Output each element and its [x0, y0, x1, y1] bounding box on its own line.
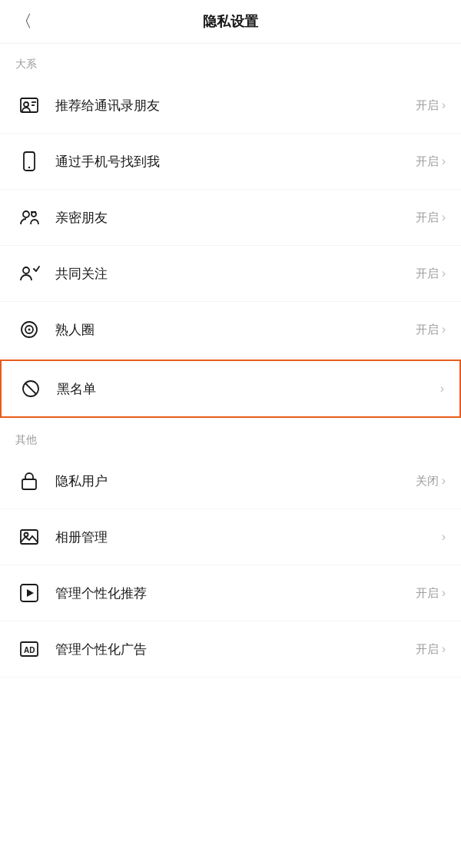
acquaintance-right: 开启 ›	[416, 323, 446, 337]
find-by-phone-status: 开启	[416, 154, 439, 169]
menu-item-mutual-follow[interactable]: 共同关注 开启 ›	[0, 246, 461, 302]
manage-ads-status: 开启	[416, 642, 439, 657]
manage-ads-label: 管理个性化广告	[55, 641, 416, 658]
menu-item-close-friends[interactable]: 亲密朋友 开启 ›	[0, 190, 461, 246]
svg-point-17	[25, 533, 28, 537]
svg-point-12	[28, 329, 31, 331]
close-friends-status: 开启	[416, 210, 439, 225]
menu-item-album[interactable]: 相册管理 ›	[0, 509, 461, 565]
chevron-icon: ›	[442, 642, 446, 656]
chevron-icon: ›	[442, 323, 446, 336]
close-friends-label: 亲密朋友	[55, 209, 416, 227]
menu-item-private-user[interactable]: 隐私用户 关闭 ›	[0, 453, 461, 509]
recommend-contacts-right: 开启 ›	[416, 98, 446, 113]
acquaintance-icon	[15, 316, 43, 343]
find-by-phone-label: 通过手机号找到我	[55, 153, 416, 171]
svg-marker-19	[27, 589, 34, 597]
mutual-follow-icon	[15, 260, 43, 287]
menu-section-dashu: 推荐给通讯录朋友 开启 › 通过手机号找到我 开启 ›	[0, 78, 461, 418]
menu-item-personalized[interactable]: 管理个性化推荐 开启 ›	[0, 565, 461, 621]
mutual-follow-right: 开启 ›	[416, 267, 446, 281]
svg-point-6	[23, 211, 29, 217]
blacklist-right: ›	[437, 382, 444, 396]
menu-item-find-by-phone[interactable]: 通过手机号找到我 开启 ›	[0, 134, 461, 190]
menu-section-other: 隐私用户 关闭 › 相册管理 ›	[0, 453, 461, 678]
mutual-follow-status: 开启	[416, 267, 439, 281]
private-user-status: 关闭	[416, 474, 439, 489]
svg-rect-16	[21, 530, 38, 544]
contact-card-icon	[15, 91, 43, 119]
close-friends-right: 开启 ›	[416, 210, 446, 225]
chevron-icon: ›	[440, 382, 444, 396]
section-label-dashu: 大系	[0, 44, 461, 78]
phone-icon	[15, 147, 43, 175]
personalized-right: 开启 ›	[416, 586, 446, 601]
personalized-label: 管理个性化推荐	[55, 585, 416, 602]
album-icon	[15, 523, 43, 551]
back-button[interactable]: 〈	[15, 13, 32, 30]
svg-line-14	[25, 383, 37, 395]
svg-rect-15	[22, 479, 36, 489]
acquaintance-status: 开启	[416, 323, 439, 337]
ad-icon: AD	[15, 635, 43, 663]
menu-item-blacklist[interactable]: 黑名单 ›	[0, 359, 461, 418]
blacklist-label: 黑名单	[57, 380, 437, 398]
manage-ads-right: 开启 ›	[416, 642, 446, 657]
album-right: ›	[439, 530, 446, 544]
content: 大系 推荐给通讯录朋友 开启 ›	[0, 44, 461, 678]
chevron-icon: ›	[442, 154, 446, 168]
album-label: 相册管理	[55, 528, 439, 546]
svg-text:AD: AD	[24, 646, 35, 654]
private-user-label: 隐私用户	[55, 472, 416, 490]
chevron-icon: ›	[442, 98, 446, 112]
svg-point-1	[24, 102, 28, 107]
header: 〈 隐私设置	[0, 0, 461, 44]
close-friends-icon	[15, 204, 43, 231]
play-icon	[15, 579, 43, 607]
lock-icon	[15, 467, 43, 495]
mutual-follow-label: 共同关注	[55, 265, 416, 283]
recommend-contacts-label: 推荐给通讯录朋友	[55, 97, 416, 114]
chevron-icon: ›	[442, 586, 446, 600]
page-title: 隐私设置	[203, 12, 258, 31]
section-label-other: 其他	[0, 419, 461, 453]
menu-item-manage-ads[interactable]: AD 管理个性化广告 开启 ›	[0, 621, 461, 678]
chevron-icon: ›	[442, 267, 446, 280]
chevron-icon: ›	[442, 530, 446, 544]
menu-item-recommend-contacts[interactable]: 推荐给通讯录朋友 开启 ›	[0, 78, 461, 134]
private-user-right: 关闭 ›	[416, 474, 446, 489]
find-by-phone-right: 开启 ›	[416, 154, 446, 169]
block-icon	[17, 375, 45, 403]
recommend-contacts-status: 开启	[416, 98, 439, 113]
acquaintance-label: 熟人圈	[55, 321, 416, 339]
svg-point-5	[28, 167, 30, 168]
chevron-icon: ›	[442, 474, 446, 488]
menu-item-acquaintance[interactable]: 熟人圈 开启 ›	[0, 302, 461, 358]
personalized-status: 开启	[416, 586, 439, 601]
chevron-icon: ›	[442, 210, 446, 224]
svg-point-9	[23, 267, 29, 273]
